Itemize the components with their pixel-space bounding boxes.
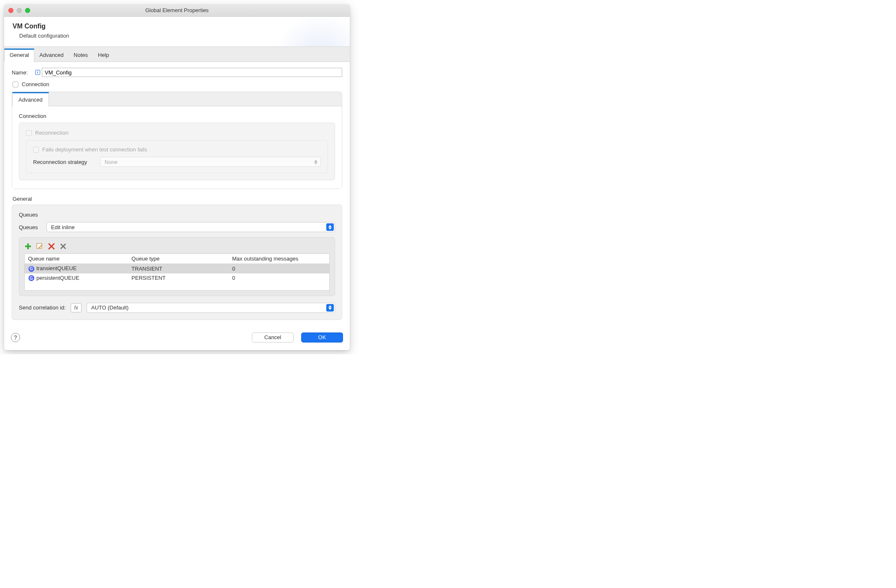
tools-icon	[60, 243, 67, 250]
reconnection-row: Reconnection	[26, 130, 328, 136]
reconnection-checkbox	[26, 130, 32, 136]
send-correlation-select[interactable]: AUTO (Default)	[87, 303, 335, 313]
strategy-select: None	[100, 157, 321, 167]
queues-table-panel: Queue name Queue type Max outstanding me…	[19, 237, 335, 296]
fx-button[interactable]: fx	[71, 303, 82, 312]
connection-checkbox[interactable]	[13, 82, 18, 87]
cell-queue-type: TRANSIENT	[128, 264, 229, 274]
strategy-value: None	[105, 159, 118, 165]
window-title: Global Element Properties	[4, 7, 350, 13]
chevron-updown-icon	[312, 158, 320, 166]
x-icon	[48, 243, 55, 250]
queues-row: Queues Edit inline	[19, 222, 335, 232]
col-max-outstanding[interactable]: Max outstanding messages	[229, 254, 330, 264]
reconnection-panel: Reconnection Fails deployment when test …	[19, 123, 335, 180]
tab-general[interactable]: General	[4, 49, 34, 62]
tab-help[interactable]: Help	[93, 49, 114, 61]
header-area: VM Config Default configuration	[4, 17, 350, 47]
col-queue-name[interactable]: Queue name	[25, 254, 128, 264]
header-decoration	[274, 17, 350, 47]
reconnection-label: Reconnection	[35, 130, 69, 136]
queues-table: Queue name Queue type Max outstanding me…	[24, 253, 330, 291]
cancel-button[interactable]: Cancel	[252, 332, 294, 343]
tab-notes[interactable]: Notes	[69, 49, 93, 61]
queues-select-value: Edit inline	[51, 224, 74, 230]
settings-button[interactable]	[59, 243, 67, 250]
col-queue-type[interactable]: Queue type	[128, 254, 229, 264]
footer: ? Cancel OK	[4, 327, 350, 350]
general-section-title: General	[13, 196, 342, 202]
delete-button[interactable]	[48, 243, 55, 250]
cell-queue-name: persistentQUEUE	[36, 275, 79, 281]
table-toolbar	[24, 243, 330, 250]
plus-icon	[25, 243, 31, 250]
name-input[interactable]	[42, 68, 342, 77]
queue-icon: G	[28, 266, 35, 272]
help-button[interactable]: ?	[11, 333, 20, 342]
strategy-label: Reconnection strategy	[33, 159, 100, 165]
svg-rect-1	[25, 245, 31, 247]
pencil-icon	[36, 243, 43, 250]
ok-button[interactable]: OK	[301, 332, 343, 343]
table-row[interactable]: GpersistentQUEUE PERSISTENT 0	[25, 274, 330, 283]
connection-panel: Advanced Connection Reconnection Fails d…	[12, 92, 342, 189]
inner-tab-advanced[interactable]: Advanced	[12, 92, 49, 106]
queues-select[interactable]: Edit inline	[46, 222, 335, 232]
connection-section-title: Connection	[19, 113, 335, 119]
titlebar: Global Element Properties	[4, 4, 350, 17]
name-label: Name:	[12, 69, 35, 76]
connection-row: Connection	[13, 81, 342, 87]
inner-tabs: Advanced	[12, 92, 342, 106]
name-row: Name: i	[12, 68, 342, 77]
send-correlation-value: AUTO (Default)	[91, 304, 128, 311]
table-spacer	[25, 283, 330, 290]
queues-title: Queues	[19, 212, 335, 218]
cell-max: 0	[229, 264, 330, 274]
cell-queue-type: PERSISTENT	[128, 274, 229, 283]
fails-label: Fails deployment when test connection fa…	[42, 146, 147, 153]
chevron-updown-icon	[326, 304, 334, 312]
chevron-updown-icon	[326, 223, 334, 231]
edit-button[interactable]	[36, 243, 44, 250]
reconnection-inner-panel: Fails deployment when test connection fa…	[26, 140, 328, 173]
queue-icon: G	[28, 275, 35, 281]
inner-tab-content: Connection Reconnection Fails deployment…	[12, 106, 342, 189]
send-correlation-row: Send correlation id: fx AUTO (Default)	[19, 303, 335, 313]
fails-checkbox	[33, 147, 39, 153]
connection-label: Connection	[22, 81, 49, 87]
cell-queue-name: transientQUEUE	[36, 265, 77, 271]
cell-max: 0	[229, 274, 330, 283]
table-row[interactable]: GtransientQUEUE TRANSIENT 0	[25, 264, 330, 274]
dialog-window: Global Element Properties VM Config Defa…	[4, 4, 350, 350]
info-icon: i	[35, 70, 40, 75]
content-area: Name: i Connection Advanced Connection R…	[4, 62, 350, 327]
queues-label: Queues	[19, 224, 46, 230]
strategy-row: Reconnection strategy None	[33, 157, 321, 167]
main-tabs: General Advanced Notes Help	[4, 47, 350, 62]
send-correlation-label: Send correlation id:	[19, 304, 66, 311]
general-panel: Queues Queues Edit inline	[12, 205, 342, 320]
fails-row: Fails deployment when test connection fa…	[33, 146, 321, 153]
add-button[interactable]	[24, 243, 32, 250]
tab-advanced[interactable]: Advanced	[34, 49, 69, 61]
